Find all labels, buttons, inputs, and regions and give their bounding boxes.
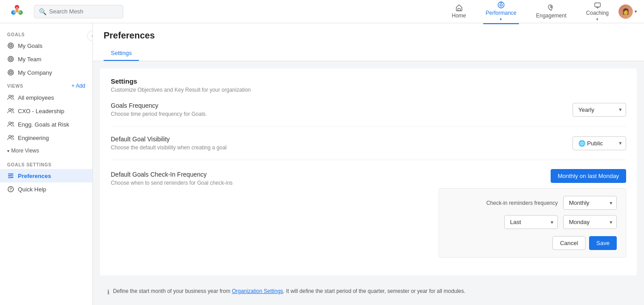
default-goals-checkin-row: Default Goals Check-In Frequency Choose … bbox=[111, 160, 626, 267]
default-goal-visibility-select-wrapper[interactable]: 🌐 Public 🔒 Private bbox=[573, 136, 626, 150]
sidebar-item-cxo-leadership[interactable]: CXO - Leadership bbox=[0, 104, 92, 118]
monthly-last-monday-button[interactable]: Monthly on last Monday bbox=[551, 169, 626, 183]
engineering-label: Engineering bbox=[18, 135, 49, 141]
svg-point-21 bbox=[10, 72, 11, 73]
collapse-icon: ‹ bbox=[92, 34, 93, 38]
top-navigation: 🔍 Home Performance ▾ bbox=[0, 0, 644, 23]
goals-frequency-row: Goals Frequency Choose time period frequ… bbox=[111, 93, 626, 127]
svg-point-34 bbox=[12, 175, 13, 177]
add-view-button[interactable]: + Add bbox=[71, 83, 85, 89]
home-icon bbox=[455, 4, 463, 12]
my-goals-icon bbox=[7, 42, 14, 49]
svg-point-11 bbox=[550, 6, 552, 8]
day-qualifier-select[interactable]: Last First Second Third bbox=[504, 215, 558, 229]
more-views-toggle[interactable]: ▾ More Views bbox=[0, 144, 92, 157]
main-content: Preferences Settings Settings Customize … bbox=[93, 23, 644, 305]
coaching-icon bbox=[594, 1, 602, 9]
page-title: Preferences bbox=[104, 30, 633, 41]
goals-frequency-title: Goals Frequency bbox=[111, 102, 207, 109]
views-header: VIEWS + Add bbox=[0, 79, 92, 91]
default-goals-checkin-left: Default Goals Check-In Frequency Choose … bbox=[111, 169, 233, 186]
organization-settings-link[interactable]: Organization Settings bbox=[232, 288, 283, 294]
info-bar-text-after: . It will define the start period of the… bbox=[283, 288, 465, 294]
app-logo[interactable] bbox=[7, 1, 34, 22]
search-input[interactable] bbox=[49, 8, 118, 15]
sidebar: ‹ GOALS My Goals My Team bbox=[0, 23, 93, 305]
my-team-icon bbox=[7, 55, 14, 63]
preferences-label: Preferences bbox=[18, 173, 51, 179]
engg-goals-label: Engg. Goals at Risk bbox=[18, 121, 69, 128]
topnav-coaching[interactable]: Coaching ▾ bbox=[583, 0, 611, 24]
goals-frequency-left: Goals Frequency Choose time period frequ… bbox=[111, 102, 207, 117]
chevron-down-icon: ▾ bbox=[7, 148, 9, 153]
default-goal-visibility-row: Default Goal Visibility Choose the defau… bbox=[111, 127, 626, 160]
default-goal-visibility-right: 🌐 Public 🔒 Private bbox=[573, 136, 626, 150]
checkin-actions: Cancel Save bbox=[448, 236, 617, 250]
checkin-expanded-panel: Check-in reminders frequency Monthly Wee… bbox=[439, 188, 626, 258]
engg-goals-icon bbox=[7, 121, 14, 128]
engineering-icon bbox=[7, 134, 14, 141]
default-goal-visibility-select[interactable]: 🌐 Public 🔒 Private bbox=[573, 136, 626, 150]
my-company-icon bbox=[7, 69, 14, 76]
avatar-caret[interactable]: ▾ bbox=[635, 9, 637, 14]
svg-rect-12 bbox=[594, 3, 600, 7]
svg-point-35 bbox=[9, 177, 10, 178]
my-team-label: My Team bbox=[18, 56, 42, 63]
search-icon: 🔍 bbox=[39, 8, 46, 15]
svg-point-22 bbox=[9, 95, 11, 97]
cxo-leadership-label: CXO - Leadership bbox=[18, 108, 64, 114]
svg-point-26 bbox=[9, 122, 11, 124]
sidebar-item-my-goals[interactable]: My Goals bbox=[0, 39, 92, 52]
settings-title: Settings bbox=[111, 77, 626, 85]
sidebar-item-quick-help[interactable]: Quick Help bbox=[0, 182, 92, 196]
settings-subtitle: Customize Objectives and Key Result for … bbox=[111, 87, 626, 93]
avatar[interactable]: 👩 bbox=[619, 4, 633, 19]
sidebar-item-engineering[interactable]: Engineering bbox=[0, 131, 92, 144]
checkin-frequency-select[interactable]: Monthly Weekly Biweekly bbox=[563, 196, 617, 210]
topnav-home[interactable]: Home bbox=[449, 2, 469, 21]
sidebar-item-preferences[interactable]: Preferences bbox=[0, 169, 92, 182]
main-header: Preferences Settings bbox=[93, 23, 644, 61]
info-icon: ℹ bbox=[107, 288, 109, 296]
svg-point-25 bbox=[12, 109, 13, 110]
svg-point-37 bbox=[10, 190, 11, 191]
save-button[interactable]: Save bbox=[589, 236, 617, 250]
svg-point-27 bbox=[12, 122, 13, 124]
svg-point-23 bbox=[12, 95, 13, 97]
tab-settings[interactable]: Settings bbox=[104, 46, 139, 61]
svg-point-29 bbox=[12, 136, 13, 137]
sidebar-item-my-company[interactable]: My Company bbox=[0, 66, 92, 79]
checkin-frequency-label: Check-in reminders frequency bbox=[486, 200, 558, 206]
sidebar-item-engg-goals-at-risk[interactable]: Engg. Goals at Risk bbox=[0, 118, 92, 131]
more-views-label: More Views bbox=[11, 148, 39, 154]
svg-point-15 bbox=[10, 45, 11, 46]
info-bar: ℹ Define the start month of your busines… bbox=[100, 283, 637, 301]
cancel-button[interactable]: Cancel bbox=[552, 236, 585, 250]
topnav-engagement[interactable]: Engagement bbox=[533, 2, 569, 21]
svg-point-24 bbox=[9, 109, 11, 111]
topnav-items: Home Performance ▾ Engagement bbox=[449, 0, 611, 24]
settings-card: Settings Customize Objectives and Key Re… bbox=[100, 68, 637, 275]
goals-frequency-select[interactable]: Yearly Monthly Quarterly bbox=[573, 103, 626, 117]
sidebar-views-label: VIEWS bbox=[7, 84, 23, 89]
topnav-performance-label: Performance bbox=[486, 10, 517, 16]
topnav-home-label: Home bbox=[452, 13, 466, 19]
default-goal-visibility-left: Default Goal Visibility Choose the defau… bbox=[111, 136, 227, 151]
sidebar-item-my-team[interactable]: My Team bbox=[0, 52, 92, 66]
topnav-coaching-label: Coaching bbox=[586, 10, 609, 16]
default-goals-checkin-title: Default Goals Check-In Frequency bbox=[111, 171, 233, 178]
topnav-performance[interactable]: Performance ▾ bbox=[483, 0, 519, 24]
day-select[interactable]: Monday Tuesday Wednesday Thursday Friday bbox=[563, 215, 617, 229]
topnav-engagement-label: Engagement bbox=[536, 13, 566, 19]
performance-caret: ▾ bbox=[500, 17, 502, 21]
svg-point-28 bbox=[9, 136, 11, 138]
search-box[interactable]: 🔍 bbox=[34, 5, 123, 18]
day-qualifier-select-wrapper[interactable]: Last First Second Third bbox=[504, 215, 558, 229]
quick-help-label: Quick Help bbox=[18, 186, 46, 193]
day-select-wrapper[interactable]: Monday Tuesday Wednesday Thursday Friday bbox=[563, 215, 617, 229]
sidebar-item-all-employees[interactable]: All employees bbox=[0, 91, 92, 104]
checkin-frequency-select-wrapper[interactable]: Monthly Weekly Biweekly bbox=[563, 196, 617, 210]
my-company-label: My Company bbox=[18, 69, 52, 76]
performance-icon bbox=[497, 1, 505, 9]
goals-frequency-select-wrapper[interactable]: Yearly Monthly Quarterly bbox=[573, 103, 626, 117]
